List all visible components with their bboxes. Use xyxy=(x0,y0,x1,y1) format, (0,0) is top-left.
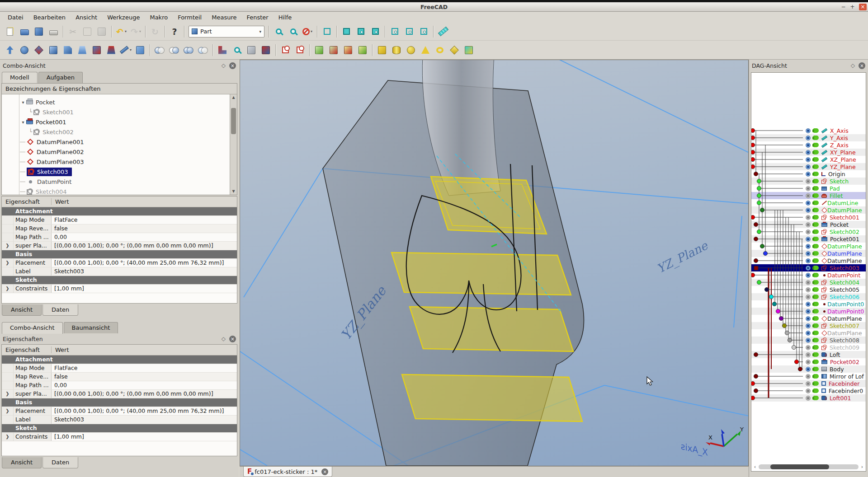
property-row[interactable]: Map Path ...0,00 xyxy=(2,381,237,390)
dock-tab-baumansicht[interactable]: Baumansicht xyxy=(64,322,118,333)
dag-row-sketch[interactable]: Sketch xyxy=(751,178,866,185)
tree-item-datumpoint[interactable]: DatumPoint xyxy=(2,177,230,187)
float-panel-icon[interactable]: ◇ xyxy=(222,62,226,69)
scrollbar-thumb[interactable] xyxy=(770,464,829,469)
dag-row-datumpoint[interactable]: DatumPoint xyxy=(751,271,866,279)
minimize-button[interactable]: − xyxy=(840,4,847,10)
menu-makro[interactable]: Makro xyxy=(145,13,173,22)
view-top-button[interactable] xyxy=(354,24,368,39)
dag-row-xz-plane[interactable]: XZ_Plane xyxy=(751,156,866,163)
tree-item-sketch004[interactable]: Sketch004 xyxy=(2,187,230,195)
property-value[interactable]: false xyxy=(52,224,237,233)
dag-row-sketch006[interactable]: Sketch006 xyxy=(751,293,866,300)
expand-gutter[interactable]: ❯ xyxy=(2,259,14,267)
close-document-icon[interactable]: × xyxy=(321,468,328,475)
property-row[interactable]: Map Reve...false xyxy=(2,373,237,381)
view-right-button[interactable] xyxy=(368,24,382,39)
visibility-eye-icon[interactable] xyxy=(806,360,811,365)
property-row[interactable]: ❯super Pla...[(0,00 0,00 1,00); 0,00 °; … xyxy=(2,242,237,250)
dag-row-loft001[interactable]: Loft001 xyxy=(751,394,866,402)
visibility-eye-icon[interactable] xyxy=(806,143,811,148)
tree-item-datumplane001[interactable]: DatumPlane001 xyxy=(2,137,230,147)
measure-button[interactable] xyxy=(436,24,450,39)
visibility-eye-icon[interactable] xyxy=(806,193,811,198)
loft-button[interactable] xyxy=(104,43,118,57)
tree-item-pocket001[interactable]: ▾Pocket001 xyxy=(2,117,230,127)
property-value[interactable]: false xyxy=(52,373,237,381)
tab-aufgaben[interactable]: Aufgaben xyxy=(38,72,83,83)
dag-horizontal-scrollbar[interactable]: ‹ › xyxy=(751,463,866,470)
dock-tab-combo-ansicht[interactable]: Combo-Ansicht xyxy=(2,322,63,334)
boolean-common-button[interactable] xyxy=(196,43,210,57)
dag-row-z-axis[interactable]: Z_Axis xyxy=(751,141,866,149)
visibility-eye-icon[interactable] xyxy=(806,201,811,206)
menu-formteil[interactable]: Formteil xyxy=(173,13,207,22)
property-row[interactable]: Map ModeFlatFace xyxy=(2,216,237,224)
expand-gutter[interactable]: ❯ xyxy=(2,390,14,398)
dag-row-facebinder0[interactable]: Facebinder0 xyxy=(751,387,866,394)
close-panel-icon[interactable]: × xyxy=(859,62,865,69)
dag-row-sketch007[interactable]: Sketch007 xyxy=(751,322,866,329)
visibility-eye-icon[interactable] xyxy=(806,338,811,343)
visibility-eye-icon[interactable] xyxy=(806,374,811,379)
property-value[interactable]: [(0,00 0,00 1,00); 0,00 °; (40,00 mm 25,… xyxy=(52,259,237,267)
dag-row-xy-plane[interactable]: XY_Plane xyxy=(751,149,866,156)
visibility-eye-icon[interactable] xyxy=(806,150,811,155)
scrollbar-track[interactable] xyxy=(759,464,859,469)
dag-row-sketch004[interactable]: Sketch004 xyxy=(751,279,866,286)
property-row[interactable]: ❯Constraints[1,00 mm] xyxy=(2,285,237,293)
document-tab[interactable]: F fc017-eck-sticker : 1* × xyxy=(243,467,332,477)
visibility-eye-icon[interactable] xyxy=(806,128,811,133)
undo-button[interactable]: ↶▾ xyxy=(114,24,128,39)
visibility-eye-icon[interactable] xyxy=(806,157,811,162)
visibility-eye-icon[interactable] xyxy=(806,136,811,140)
dag-row-facebinder[interactable]: Facebinder xyxy=(751,380,866,387)
property-value[interactable]: [1,00 mm] xyxy=(52,433,237,441)
tree-item-sketch002[interactable]: └Sketch002 xyxy=(2,127,230,137)
workbench-selector[interactable]: Part▾ xyxy=(189,26,264,37)
property-row[interactable]: LabelSketch003 xyxy=(2,267,237,276)
close-panel-icon[interactable]: × xyxy=(229,336,236,342)
join-connect-button[interactable] xyxy=(215,43,230,57)
revolve-button[interactable] xyxy=(17,43,32,57)
maximize-button[interactable]: + xyxy=(849,4,856,10)
visibility-eye-icon[interactable] xyxy=(806,215,811,220)
compound-button[interactable] xyxy=(133,43,147,57)
shape-from-mesh-button[interactable] xyxy=(312,43,326,57)
tab-daten[interactable]: Daten xyxy=(42,457,78,468)
view-front-button[interactable] xyxy=(339,24,354,39)
tree-item-datumplane002[interactable]: DatumPlane002 xyxy=(2,147,230,157)
new-sketch-button[interactable] xyxy=(278,43,292,57)
visibility-eye-icon[interactable] xyxy=(806,316,811,321)
dag-row-pocket002[interactable]: Pocket002 xyxy=(751,358,866,365)
dag-row-pocket[interactable]: Pocket xyxy=(751,221,866,228)
visibility-eye-icon[interactable] xyxy=(806,388,811,393)
property-value[interactable]: 0,00 xyxy=(52,233,237,241)
selected-tree-item[interactable]: Sketch003 xyxy=(27,168,72,176)
expand-gutter[interactable]: ❯ xyxy=(2,433,14,441)
tree-scrollbar[interactable]: ▲ ▼ xyxy=(230,94,237,195)
property-row[interactable]: Map ModeFlatFace xyxy=(2,364,237,373)
primitive-torus-button[interactable] xyxy=(433,43,447,57)
dag-row-loft[interactable]: Loft xyxy=(751,351,866,358)
validate-sketch-button[interactable] xyxy=(341,43,355,57)
tree-item-datumplane003[interactable]: DatumPlane003 xyxy=(2,157,230,167)
dag-row-fillet[interactable]: Fillet xyxy=(751,192,866,199)
make-face-button[interactable] xyxy=(75,43,90,57)
visibility-eye-icon[interactable] xyxy=(806,287,811,292)
tree-item-sketch003[interactable]: Sketch003 xyxy=(2,167,230,177)
chamfer-button[interactable] xyxy=(61,43,75,57)
whats-this-button[interactable]: ? xyxy=(167,24,182,39)
tab-ansicht[interactable]: Ansicht xyxy=(2,457,42,468)
print-button[interactable] xyxy=(46,24,61,39)
check-geometry-button[interactable] xyxy=(230,43,244,57)
visibility-eye-icon[interactable] xyxy=(806,323,811,328)
visibility-eye-icon[interactable] xyxy=(806,381,811,386)
property-row[interactable]: Map Reve...false xyxy=(2,224,237,233)
menu-ansicht[interactable]: Ansicht xyxy=(71,13,102,22)
expander-icon[interactable]: ▾ xyxy=(20,100,26,105)
dag-row-sketch001[interactable]: Sketch001 xyxy=(751,214,866,221)
primitive-cylinder-button[interactable] xyxy=(389,43,404,57)
dag-row-datumplane[interactable]: DatumPlane xyxy=(751,250,866,257)
dag-row-datumplane[interactable]: DatumPlane xyxy=(751,315,866,322)
